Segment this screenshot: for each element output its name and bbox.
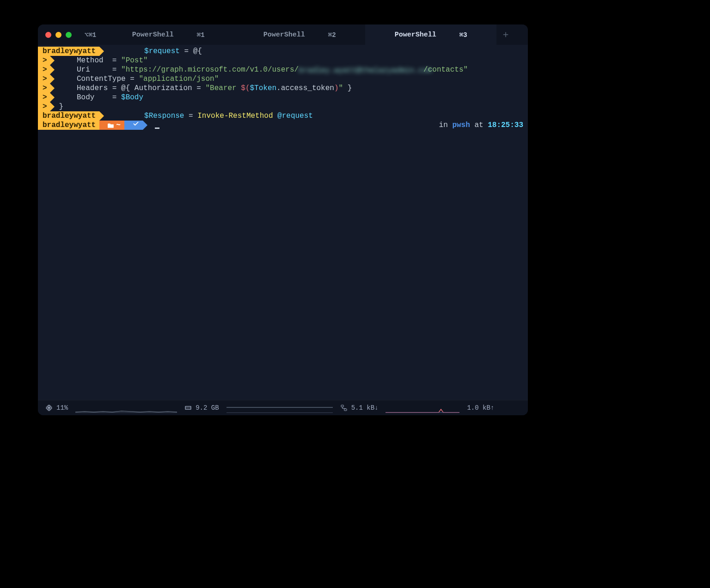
tab-label: PowerShell [132, 31, 174, 39]
folder-icon [108, 122, 114, 128]
cpu-graph [75, 403, 177, 413]
network-graph [386, 403, 459, 413]
prompt-continuation: > [38, 84, 50, 93]
timestamp: 18:25:33 [488, 121, 523, 129]
terminal-line: > Body = $Body [38, 93, 528, 102]
tab-shortcut: ⌘3 [459, 31, 467, 39]
tab-shortcut: ⌘1 [197, 31, 205, 39]
close-icon[interactable] [45, 32, 51, 38]
right-prompt: in pwsh at 18:25:33 [439, 121, 523, 130]
tab-label: PowerShell [263, 31, 305, 39]
tab-shortcut: ⌥⌘1 [85, 31, 96, 39]
terminal-line: > Method = "Post" [38, 56, 528, 65]
svg-rect-3 [341, 405, 343, 407]
terminal-line: bradleywyatt $Response = Invoke-RestMeth… [38, 111, 528, 121]
cursor [155, 127, 159, 129]
tab-powershell-3[interactable]: PowerShell ⌘3 [365, 24, 496, 45]
cpu-value: 11% [56, 404, 68, 412]
terminal-line: > Headers = @{ Authorization = "Bearer $… [38, 84, 528, 93]
memory-value: 9.2 GB [196, 404, 219, 412]
svg-rect-1 [48, 407, 50, 409]
titlebar: ⌥⌘1 PowerShell ⌘1 PowerShell ⌘2 PowerShe… [38, 24, 528, 45]
status-bar: 11% 9.2 GB 5.1 kB↓ [38, 400, 528, 415]
memory-icon [184, 404, 192, 412]
minimize-icon[interactable] [55, 32, 61, 38]
terminal-line: bradleywyatt $request = @{ [38, 47, 528, 56]
terminal-line: > Uri = "https://graph.microsoft.com/v1.… [38, 65, 528, 74]
prompt-status [124, 121, 143, 130]
memory-graph [226, 403, 333, 413]
network-down: 5.1 kB↓ [351, 404, 379, 412]
terminal-window: ⌥⌘1 PowerShell ⌘1 PowerShell ⌘2 PowerShe… [38, 24, 528, 415]
memory-status: 9.2 GB [184, 404, 219, 412]
prompt-continuation: > [38, 93, 50, 102]
zoom-icon[interactable] [66, 32, 72, 38]
tab-leader[interactable]: ⌥⌘1 [78, 24, 103, 45]
tab-powershell-2[interactable]: PowerShell ⌘2 [234, 24, 365, 45]
prompt-user: bradleywyatt [38, 47, 99, 56]
terminal-line: bradleywyatt ~ in pwsh at 18:25:33 [38, 121, 528, 130]
network-status: 5.1 kB↓ [340, 404, 379, 412]
prompt-continuation: > [38, 74, 50, 84]
prompt-user: bradleywyatt [38, 121, 99, 130]
tab-shortcut: ⌘2 [328, 31, 336, 39]
terminal-line: > ContentType = "application/json" [38, 74, 528, 84]
tab-label: PowerShell [395, 31, 436, 39]
cpu-icon [45, 404, 53, 412]
prompt-user: bradleywyatt [38, 111, 99, 121]
redacted-email: bradley.wyatt@thelazyadmin.com [299, 66, 423, 73]
check-icon [133, 121, 139, 127]
prompt-continuation: > [38, 65, 50, 74]
plus-icon [502, 30, 510, 39]
window-controls [38, 24, 78, 45]
prompt-dir: ~ [99, 121, 124, 130]
variable: $request [144, 47, 180, 55]
network-up-status: 1.0 kB↑ [467, 404, 494, 412]
terminal-body[interactable]: bradleywyatt $request = @{ > Method = "P… [38, 45, 528, 400]
prompt-continuation: > [38, 102, 50, 111]
new-tab-button[interactable] [496, 24, 515, 45]
shell-name: pwsh [452, 121, 470, 129]
prompt-continuation: > [38, 56, 50, 65]
svg-rect-4 [344, 409, 346, 411]
network-up: 1.0 kB↑ [467, 404, 494, 412]
network-icon [340, 404, 348, 412]
tab-powershell-1[interactable]: PowerShell ⌘1 [103, 24, 234, 45]
cpu-status: 11% [45, 404, 68, 412]
